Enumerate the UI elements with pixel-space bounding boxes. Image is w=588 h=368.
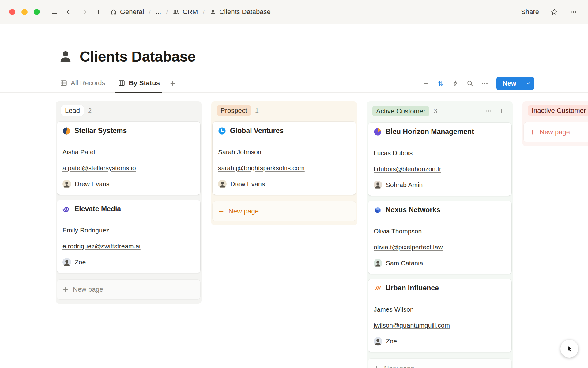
crescent-icon xyxy=(218,127,226,135)
close-window-button[interactable] xyxy=(9,9,15,15)
new-page-label: New page xyxy=(228,207,259,215)
favorite-star-button[interactable] xyxy=(548,5,561,19)
spiral-icon xyxy=(62,205,70,213)
breadcrumb-general-label: General xyxy=(120,8,144,16)
sidebar-toggle-button[interactable] xyxy=(48,5,61,19)
cursor-overlay-badge xyxy=(560,340,578,358)
view-options-button[interactable] xyxy=(479,77,491,90)
page-options-button[interactable] xyxy=(567,5,580,19)
tab-all-records-label: All Records xyxy=(71,79,105,87)
contact-email[interactable]: jwilson@quantumquill.com xyxy=(374,321,506,330)
window-titlebar: General / ... / CRM / Clients Database S… xyxy=(0,0,588,24)
column-add-card-button[interactable] xyxy=(496,105,507,117)
forward-arrow-icon xyxy=(80,8,88,16)
home-icon xyxy=(110,9,117,15)
breadcrumb-collapsed[interactable]: ... xyxy=(153,6,164,17)
card-properties: Olivia Thompson olivia.t@pixelperfect.la… xyxy=(368,219,511,274)
avatar xyxy=(218,180,227,188)
board-card-global-ventures[interactable]: Global Ventures Sarah Johnson sarah.j@br… xyxy=(213,122,356,195)
card-title: Bleu Horizon Management xyxy=(386,128,474,136)
ellipsis-icon xyxy=(481,80,488,87)
people-icon xyxy=(173,9,179,15)
owner-row: Zoe xyxy=(62,258,195,267)
view-actions: New xyxy=(420,74,534,92)
breadcrumb: General / ... / CRM / Clients Database xyxy=(108,6,273,17)
share-button[interactable]: Share xyxy=(518,6,542,18)
new-page-button-active-customer[interactable]: New page xyxy=(368,359,511,368)
contact-name: Aisha Patel xyxy=(62,148,195,157)
contact-email[interactable]: olivia.t@pixelperfect.law xyxy=(374,243,506,252)
contact-email[interactable]: l.dubois@bleuhorizon.fr xyxy=(374,164,506,174)
owner-row: Zoe xyxy=(374,337,506,346)
table-view-icon xyxy=(60,79,67,87)
card-properties: Emily Rodriguez e.rodriguez@swiftstream.… xyxy=(57,218,200,273)
contact-email[interactable]: a.patel@stellarsystems.io xyxy=(62,163,195,173)
sort-icon xyxy=(437,80,444,87)
search-button[interactable] xyxy=(464,77,476,90)
cube-icon xyxy=(374,206,382,214)
board-column-prospect: Prospect 1 Global Ventures Sarah Johnson… xyxy=(211,101,357,225)
pie-chart-icon xyxy=(374,128,382,136)
add-view-button[interactable] xyxy=(167,77,179,90)
breadcrumb-crm-label: CRM xyxy=(183,8,198,16)
new-record-button[interactable]: New xyxy=(496,77,534,90)
zoom-window-button[interactable] xyxy=(34,9,40,15)
tab-all-records[interactable]: All Records xyxy=(58,74,107,93)
new-page-label: New page xyxy=(73,286,103,293)
column-options-button[interactable] xyxy=(483,105,494,117)
minimize-window-button[interactable] xyxy=(21,9,28,15)
board-card-urban-influence[interactable]: Urban Influence James Wilson jwilson@qua… xyxy=(368,279,511,352)
contact-name: Olivia Thompson xyxy=(374,227,506,236)
column-cards: Stellar Systems Aisha Patel a.patel@stel… xyxy=(57,122,200,273)
board-column-lead: Lead 2 Stellar Systems Aisha Patel a.pat… xyxy=(56,101,202,304)
back-arrow-icon xyxy=(66,8,73,16)
contact-name: Lucas Dubois xyxy=(374,148,506,158)
breadcrumb-general[interactable]: General xyxy=(108,6,146,17)
views-toolbar: All Records By Status New xyxy=(0,74,588,93)
column-header: Prospect 1 xyxy=(217,105,352,116)
cursor-pointer-icon xyxy=(565,344,574,353)
plus-icon xyxy=(218,208,224,215)
new-tab-button[interactable] xyxy=(92,5,105,19)
back-button[interactable] xyxy=(62,5,76,19)
new-page-label: New page xyxy=(540,128,570,136)
filter-button[interactable] xyxy=(420,77,432,90)
window-controls xyxy=(9,9,40,15)
avatar xyxy=(62,258,71,266)
card-title-row: Nexus Networks xyxy=(368,201,511,219)
status-tag-inactive-customer: Inactive Customer xyxy=(528,105,588,116)
column-count: 1 xyxy=(255,107,259,115)
page-person-icon[interactable] xyxy=(58,48,74,64)
board-card-elevate-media[interactable]: Elevate Media Emily Rodriguez e.rodrigue… xyxy=(57,200,200,273)
board-column-active-customer: Active Customer 3 Bleu Horizon Managemen… xyxy=(367,101,513,368)
owner-name: Zoe xyxy=(75,258,86,267)
board-card-bleu-horizon[interactable]: Bleu Horizon Management Lucas Dubois l.d… xyxy=(368,123,511,196)
sort-button[interactable] xyxy=(435,77,447,90)
avatar xyxy=(62,180,71,188)
contact-email[interactable]: sarah.j@brightsparksolns.com xyxy=(218,163,350,173)
board-card-nexus-networks[interactable]: Nexus Networks Olivia Thompson olivia.t@… xyxy=(368,201,511,274)
status-tag-prospect: Prospect xyxy=(217,105,251,116)
automations-button[interactable] xyxy=(449,77,462,90)
breadcrumb-page-label: Clients Database xyxy=(219,8,271,16)
new-page-button-lead[interactable]: New page xyxy=(57,280,200,299)
new-page-label: New page xyxy=(384,365,414,368)
breadcrumb-clients-database[interactable]: Clients Database xyxy=(207,6,273,17)
new-page-button-inactive-customer[interactable]: New page xyxy=(524,122,588,142)
new-record-dropdown[interactable] xyxy=(522,77,534,90)
new-page-button-prospect[interactable]: New page xyxy=(213,201,356,221)
owner-name: Drew Evans xyxy=(230,179,265,189)
ellipsis-icon xyxy=(570,8,577,16)
tab-by-status[interactable]: By Status xyxy=(115,74,162,93)
board-card-stellar-systems[interactable]: Stellar Systems Aisha Patel a.patel@stel… xyxy=(57,122,200,195)
filter-icon xyxy=(422,80,430,87)
column-header: Active Customer 3 xyxy=(372,105,507,117)
contact-email[interactable]: e.rodriguez@swiftstream.ai xyxy=(62,242,195,251)
page-header: Clients Database xyxy=(58,48,588,65)
breadcrumb-separator: / xyxy=(149,8,151,16)
forward-button[interactable] xyxy=(77,5,91,19)
plus-icon xyxy=(498,108,505,114)
menu-icon xyxy=(51,8,58,16)
breadcrumb-crm[interactable]: CRM xyxy=(170,6,200,17)
status-tag-active-customer: Active Customer xyxy=(372,106,429,116)
